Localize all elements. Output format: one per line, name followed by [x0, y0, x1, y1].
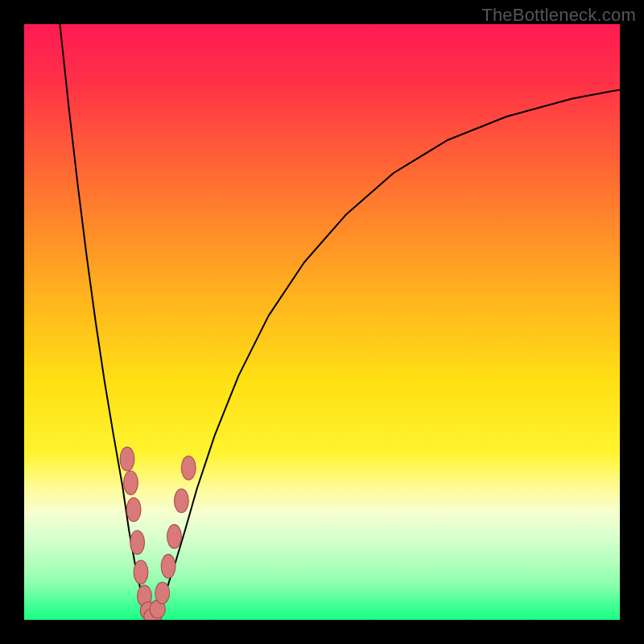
marker-dot [130, 530, 145, 555]
marker-dot [120, 447, 134, 471]
markers-svg [24, 24, 620, 620]
marker-dot [181, 456, 196, 481]
marker-dot [174, 489, 188, 513]
watermark-text: TheBottleneck.com [481, 5, 636, 26]
marker-dot [161, 555, 175, 579]
marker-dot [124, 471, 138, 495]
outer-frame: TheBottleneck.com [0, 0, 644, 644]
marker-dot [134, 560, 148, 584]
marker-dot [126, 497, 141, 522]
marker-dot [167, 525, 182, 549]
plot-area [24, 24, 620, 620]
marker-dot [155, 582, 170, 604]
